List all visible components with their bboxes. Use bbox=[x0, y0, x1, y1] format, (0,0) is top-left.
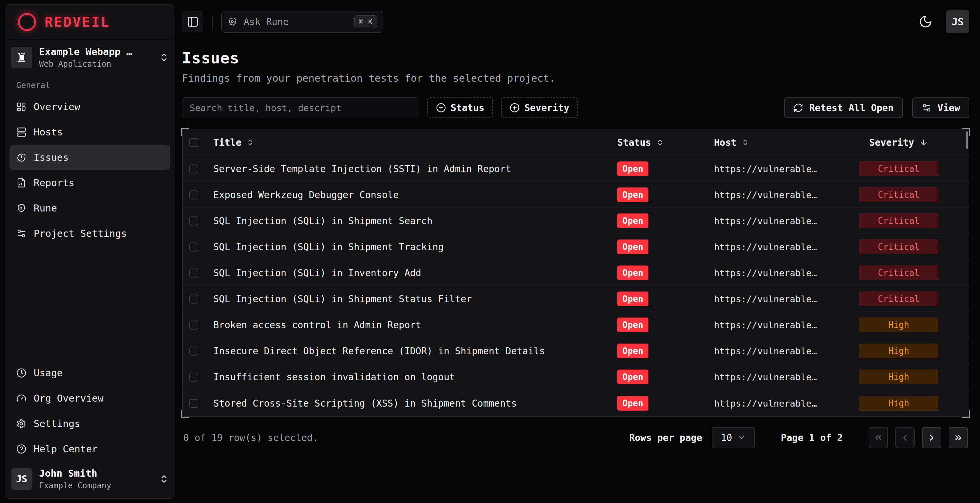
page-title: Issues bbox=[182, 49, 969, 67]
table-row[interactable]: SQL Injection (SQLi) in Inventory Add Op… bbox=[183, 260, 969, 286]
row-checkbox[interactable] bbox=[189, 268, 198, 278]
topbar: Ask Rune ⌘ K JS bbox=[182, 4, 969, 39]
user-avatar: JS bbox=[11, 468, 32, 490]
view-options-button[interactable]: View bbox=[912, 97, 969, 118]
row-checkbox[interactable] bbox=[189, 295, 198, 303]
sidebar-toggle-button[interactable] bbox=[182, 11, 203, 32]
sidebar-item-label: Settings bbox=[33, 418, 80, 429]
table-row[interactable]: Insecure Direct Object Reference (IDOR) … bbox=[183, 338, 969, 364]
column-header-severity[interactable]: Severity bbox=[835, 137, 962, 148]
table-row[interactable]: Server-Side Template Injection (SSTI) in… bbox=[183, 156, 969, 182]
sidebar-item-project-settings[interactable]: Project Settings bbox=[10, 221, 170, 246]
issue-host: https://vulnerable… bbox=[695, 398, 835, 409]
column-header-title[interactable]: Title bbox=[213, 137, 612, 148]
column-header-host[interactable]: Host bbox=[695, 137, 835, 148]
app-root: REDVEIL ♜ Example Webapp … Web Applicati… bbox=[0, 0, 980, 503]
row-checkbox[interactable] bbox=[189, 399, 198, 408]
sidebar-item-hosts[interactable]: Hosts bbox=[10, 120, 170, 145]
plus-circle-icon bbox=[510, 103, 520, 113]
sidebar-item-org-overview[interactable]: Org Overview bbox=[10, 386, 170, 411]
scrollbar-thumb[interactable] bbox=[966, 131, 968, 149]
issue-host: https://vulnerable… bbox=[695, 268, 835, 278]
table-row[interactable]: Stored Cross-Site Scripting (XSS) in Shi… bbox=[183, 390, 969, 416]
severity-badge: High bbox=[859, 343, 938, 358]
select-all-checkbox[interactable] bbox=[189, 138, 198, 147]
row-checkbox[interactable] bbox=[189, 347, 198, 356]
brand-name: REDVEIL bbox=[45, 14, 110, 30]
topbar-divider bbox=[212, 15, 213, 29]
issue-host: https://vulnerable… bbox=[695, 346, 835, 356]
sidebar-item-label: Org Overview bbox=[33, 393, 103, 404]
rows-per-page-select[interactable]: 10 bbox=[712, 427, 755, 448]
severity-badge: High bbox=[859, 370, 938, 384]
severity-badge: Critical bbox=[859, 240, 938, 254]
issue-title: SQL Injection (SQLi) in Shipment Trackin… bbox=[213, 241, 612, 252]
severity-badge: Critical bbox=[859, 265, 938, 280]
table-row[interactable]: Broken access control in Admin Report Op… bbox=[183, 312, 969, 338]
project-switcher[interactable]: ♜ Example Webapp … Web Application bbox=[10, 46, 170, 69]
retest-all-open-button[interactable]: Retest All Open bbox=[784, 97, 903, 118]
row-checkbox[interactable] bbox=[189, 321, 198, 329]
topbar-avatar[interactable]: JS bbox=[946, 10, 969, 34]
selection-info: 0 of 19 row(s) selected. bbox=[183, 432, 318, 443]
table-row[interactable]: SQL Injection (SQLi) in Shipment Status … bbox=[183, 286, 969, 312]
user-name: John Smith bbox=[39, 468, 111, 479]
issue-host: https://vulnerable… bbox=[695, 320, 835, 330]
issue-title: SQL Injection (SQLi) in Shipment Search bbox=[213, 216, 612, 227]
search-input[interactable] bbox=[182, 97, 419, 118]
corner-bracket bbox=[963, 410, 970, 418]
sidebar-item-label: Issues bbox=[33, 152, 68, 163]
severity-filter-label: Severity bbox=[524, 102, 570, 113]
issue-title: Insecure Direct Object Reference (IDOR) … bbox=[213, 346, 612, 356]
user-menu[interactable]: JS John Smith Example Company bbox=[10, 468, 170, 490]
dashboard-icon bbox=[16, 102, 26, 112]
status-filter-button[interactable]: Status bbox=[427, 97, 493, 118]
moon-icon bbox=[919, 15, 933, 29]
table-row[interactable]: Exposed Werkzeug Debugger Console Open h… bbox=[183, 182, 969, 208]
prev-page-button[interactable] bbox=[895, 427, 915, 448]
filter-toolbar: Status Severity Retest All Open View bbox=[182, 97, 969, 118]
table-row[interactable]: SQL Injection (SQLi) in Shipment Search … bbox=[183, 208, 969, 234]
row-checkbox[interactable] bbox=[189, 243, 198, 251]
column-header-status[interactable]: Status bbox=[612, 137, 695, 148]
sidebar-item-overview[interactable]: Overview bbox=[10, 94, 170, 120]
first-page-button[interactable] bbox=[869, 427, 888, 448]
sidebar-item-reports[interactable]: Reports bbox=[10, 170, 170, 195]
row-checkbox[interactable] bbox=[189, 372, 198, 382]
status-badge: Open bbox=[617, 214, 648, 228]
brand-ring-icon bbox=[18, 13, 36, 31]
sidebar-item-usage[interactable]: Usage bbox=[10, 360, 170, 386]
table-row[interactable]: Insufficient session invalidation on log… bbox=[183, 364, 969, 390]
row-checkbox[interactable] bbox=[189, 217, 198, 225]
theme-toggle-button[interactable] bbox=[919, 15, 933, 29]
issue-title: Server-Side Template Injection (SSTI) in… bbox=[213, 163, 612, 174]
sidebar-item-settings[interactable]: Settings bbox=[10, 411, 170, 436]
sidebar-item-rune[interactable]: Rune bbox=[10, 195, 170, 221]
sort-icon bbox=[656, 139, 663, 146]
severity-filter-button[interactable]: Severity bbox=[501, 97, 578, 118]
sidebar-item-label: Help Center bbox=[33, 443, 98, 455]
issue-title: Stored Cross-Site Scripting (XSS) in Shi… bbox=[213, 398, 612, 409]
bug-alert-icon bbox=[16, 152, 26, 163]
issue-title: Broken access control in Admin Report bbox=[213, 319, 612, 331]
sliders-icon bbox=[922, 103, 932, 113]
chevrons-left-icon bbox=[873, 433, 883, 442]
chevrons-up-down-icon bbox=[159, 53, 169, 62]
next-page-button[interactable] bbox=[922, 427, 941, 448]
last-page-button[interactable] bbox=[949, 427, 968, 448]
issue-host: https://vulnerable… bbox=[695, 164, 835, 174]
refresh-icon bbox=[793, 103, 803, 113]
project-icon-box: ♜ bbox=[11, 47, 32, 68]
row-checkbox[interactable] bbox=[189, 164, 198, 174]
sort-desc-icon bbox=[920, 138, 928, 147]
row-checkbox[interactable] bbox=[189, 190, 198, 200]
server-icon bbox=[16, 127, 26, 137]
sidebar-item-issues[interactable]: Issues bbox=[10, 145, 170, 170]
plus-circle-icon bbox=[436, 103, 446, 113]
ask-rune-button[interactable]: Ask Rune ⌘ K bbox=[221, 11, 383, 33]
retest-label: Retest All Open bbox=[809, 102, 894, 113]
pagination bbox=[869, 427, 968, 448]
sidebar-item-help-center[interactable]: Help Center bbox=[10, 436, 170, 461]
table-row[interactable]: SQL Injection (SQLi) in Shipment Trackin… bbox=[183, 234, 969, 260]
sliders-icon bbox=[16, 228, 26, 238]
